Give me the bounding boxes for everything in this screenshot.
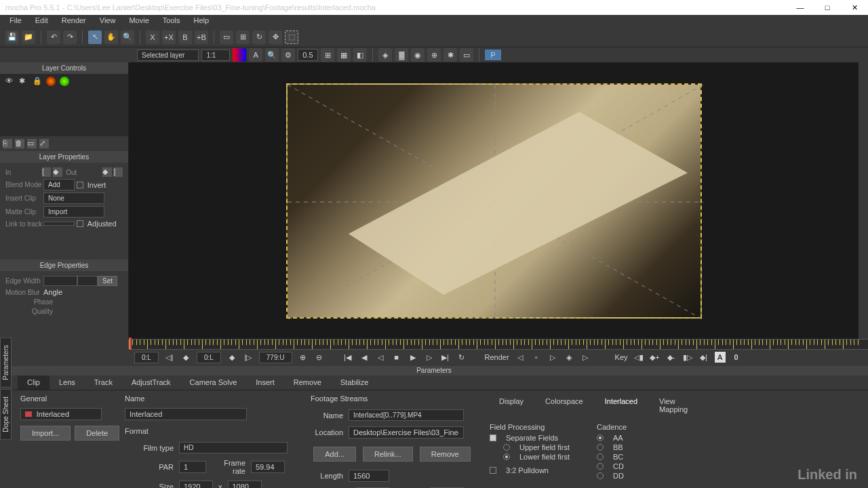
box-icon[interactable]: ▭ [460, 48, 473, 62]
height-input[interactable] [228, 481, 262, 488]
remove-button[interactable]: Remove [420, 447, 471, 462]
width-input[interactable] [179, 481, 213, 488]
matte-clip[interactable]: Import [43, 206, 104, 218]
tab-remove[interactable]: Remove [284, 375, 331, 390]
star-icon[interactable]: ✱ [443, 48, 457, 62]
cadence-dd[interactable] [597, 472, 604, 479]
layer-select[interactable]: Selected layer [137, 49, 199, 61]
gear-small-icon[interactable]: ✱ [19, 77, 28, 86]
cadence-bb[interactable] [597, 444, 604, 451]
menu-file[interactable]: File [3, 15, 28, 27]
edge-width[interactable] [43, 276, 77, 286]
pulldown-check[interactable] [490, 467, 496, 474]
stop-icon[interactable]: ■ [391, 352, 402, 363]
tab-clip[interactable]: Clip [18, 375, 50, 390]
color-icon[interactable] [233, 48, 246, 62]
cadence-bc[interactable] [597, 453, 604, 460]
tab-track[interactable]: Track [85, 375, 122, 390]
open-icon[interactable]: 📁 [22, 30, 35, 44]
tab-insert[interactable]: Insert [246, 375, 284, 390]
dup-icon[interactable]: ⎘ [3, 139, 12, 148]
menu-edit[interactable]: Edit [28, 15, 55, 27]
invert-check[interactable] [77, 182, 83, 188]
bezier-icon[interactable]: B [178, 30, 192, 44]
blend-mode[interactable]: Add [43, 179, 75, 190]
add-point-icon[interactable]: +X [162, 30, 176, 44]
out-btn[interactable]: ] [113, 167, 122, 177]
key-add-icon[interactable]: ◆+ [650, 352, 660, 363]
step-fwd-icon[interactable]: ▷ [424, 352, 435, 363]
lock-small-icon[interactable]: 🔒 [33, 77, 42, 86]
canvas[interactable] [286, 83, 702, 319]
lock-icon[interactable]: 🔍 [265, 48, 279, 62]
rotate-icon[interactable]: ↻ [252, 30, 266, 44]
step-back-icon[interactable]: ◀ [359, 352, 370, 363]
alpha-icon[interactable]: ◧ [353, 48, 367, 62]
frame-start[interactable]: 0:L [134, 352, 159, 363]
separate-check[interactable]: ✕ [490, 434, 496, 441]
key-icon[interactable]: ◆ [180, 352, 191, 363]
menu-render[interactable]: Render [55, 15, 93, 27]
autokey[interactable]: A [715, 352, 726, 363]
add-button[interactable]: Add... [313, 447, 356, 462]
go-start-icon[interactable]: |◀ [342, 352, 353, 363]
menu-help[interactable]: Help [186, 15, 216, 27]
key-next-icon[interactable]: ▮▷ [682, 352, 693, 363]
cadence-cd[interactable] [597, 463, 604, 470]
out-icon[interactable]: |▷ [243, 352, 254, 363]
set-btn[interactable]: Set [98, 276, 117, 286]
zero-btn[interactable]: 0 [731, 352, 742, 363]
expand-icon[interactable]: ⤢ [39, 139, 49, 148]
spot-icon[interactable]: ◉ [411, 48, 425, 62]
marquee-icon[interactable]: ⬚ [285, 30, 298, 44]
film-type[interactable]: HD [179, 442, 288, 453]
menu-movie[interactable]: Movie [122, 15, 155, 27]
zoom-in-icon[interactable]: ⊕ [298, 352, 309, 363]
footage-location[interactable] [349, 426, 464, 439]
add-bezier-icon[interactable]: +B [195, 30, 208, 44]
clip-name-input[interactable] [125, 408, 247, 420]
viewport[interactable] [129, 62, 859, 339]
loop-icon[interactable]: ↻ [456, 352, 467, 363]
color2-icon[interactable] [60, 77, 69, 86]
key-prev-icon[interactable]: ◁▮ [633, 352, 644, 363]
trace-icon[interactable]: ◈ [378, 48, 392, 62]
subtab-interlaced[interactable]: Interlaced [595, 394, 647, 416]
frame-in[interactable]: 0:L [197, 352, 221, 363]
in-key[interactable]: ◆ [53, 167, 62, 177]
frame-current[interactable]: 779:U [259, 352, 292, 363]
side-tab-parameters[interactable]: Parameters [0, 338, 12, 388]
subtab-display[interactable]: Display [490, 394, 533, 416]
maximize-button[interactable]: □ [814, 0, 841, 15]
hand-tool-icon[interactable]: ✋ [104, 30, 118, 44]
zoom-select[interactable]: 1:1 [201, 49, 230, 61]
arrow-tool-icon[interactable]: ↖ [88, 30, 102, 44]
subtab-viewmapping[interactable]: View Mapping [650, 394, 697, 416]
lower-radio[interactable] [503, 453, 510, 460]
eye-icon[interactable]: 👁 [5, 77, 15, 86]
render-back-icon[interactable]: ◁ [515, 352, 526, 363]
gear-icon[interactable]: ⚙ [281, 48, 295, 62]
tab-stabilize[interactable]: Stabilize [331, 375, 378, 390]
edge-width2[interactable] [77, 276, 98, 286]
menu-tools[interactable]: Tools [156, 15, 187, 27]
upper-radio[interactable] [503, 444, 510, 451]
timeline-ruler[interactable] [129, 339, 868, 350]
menu-view[interactable]: View [93, 15, 123, 27]
zoom-out-icon[interactable]: ⊖ [314, 352, 325, 363]
checker-icon[interactable]: ▓ [395, 48, 408, 62]
framerate-input[interactable] [251, 461, 285, 473]
key2-icon[interactable]: ◆ [226, 352, 237, 363]
subtab-colorspace[interactable]: Colorspace [536, 394, 593, 416]
mesh-icon[interactable]: ⊕ [427, 48, 441, 62]
alpha-value[interactable]: 0.5 [298, 49, 318, 61]
p-button[interactable]: P [485, 49, 500, 60]
render-end-icon[interactable]: ▷ [580, 352, 591, 363]
insert-clip[interactable]: None [43, 192, 104, 204]
link-track[interactable] [43, 222, 75, 226]
zoom-tool-icon[interactable]: 🔍 [121, 30, 134, 44]
key-last-icon[interactable]: ◆| [698, 352, 709, 363]
move-icon[interactable]: ✥ [269, 30, 282, 44]
tab-adjusttrack[interactable]: AdjustTrack [122, 375, 180, 390]
group-icon[interactable]: ▭ [27, 139, 37, 148]
